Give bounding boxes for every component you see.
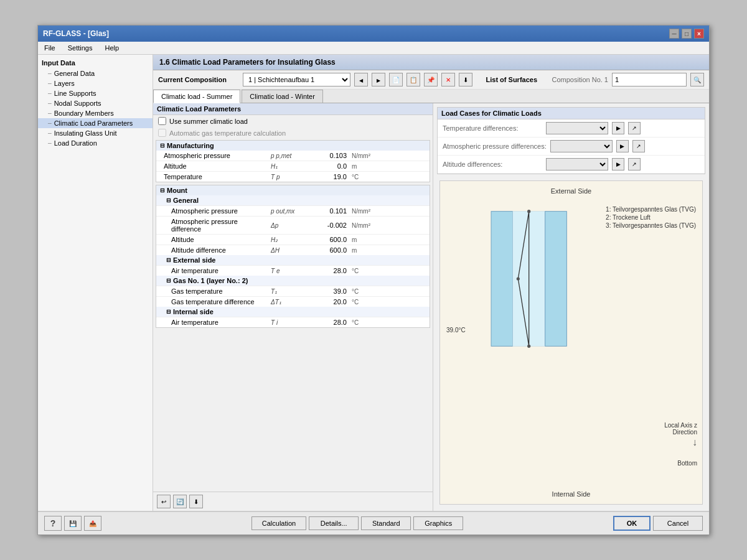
standard-button[interactable]: Standard (361, 516, 411, 530)
table-row: Altitude H₁ 0.0 m (156, 161, 430, 172)
glass-svg (459, 200, 621, 374)
svg-point-4 (527, 210, 530, 213)
maximize-button[interactable]: □ (682, 29, 692, 39)
sidebar: Input Data ─ General Data ─ Layers ─ Lin… (38, 55, 153, 511)
alt-diff-btn2[interactable]: ↗ (628, 158, 641, 170)
atm-diff-btn2[interactable]: ↗ (632, 140, 645, 152)
nav-prev-icon (359, 77, 363, 83)
close-button[interactable]: × (694, 29, 704, 39)
use-summer-row: Use summer climatic load (153, 115, 433, 127)
dot-icon: ─ (48, 141, 52, 146)
table-row: Gas temperature T₁ 39.0 °C (156, 286, 430, 297)
dot-icon: ─ (48, 101, 52, 106)
load-cases-header: Load Cases for Climatic Loads (438, 108, 705, 119)
manufacturing-group: ⊟ Manufacturing Atmospheric pressure p p… (156, 140, 430, 182)
table-row: Atmospheric pressure p p,met 0.103 N/mm² (156, 151, 430, 161)
gas1-subgroup-header[interactable]: ⊟ Gas No. 1 (layer No.: 2) (156, 276, 430, 286)
temp-diff-btn2[interactable]: ↗ (628, 122, 641, 134)
undo-button[interactable]: ↩ (157, 495, 171, 508)
sidebar-item-nodal-supports[interactable]: ─ Nodal Supports (38, 98, 153, 108)
external-side-label: External Side (551, 187, 591, 195)
table-row: Gas temperature difference ΔT₁ 20.0 °C (156, 297, 430, 307)
mount-header[interactable]: ⊟ Mount (156, 185, 430, 195)
temp-diff-label: Temperature differences: (443, 124, 542, 132)
auto-gas-row: Automatic gas temperature calculation (153, 127, 433, 139)
cancel-button[interactable]: Cancel (653, 516, 703, 531)
collapse-icon: ⊟ (160, 187, 165, 194)
table-row: Atmospheric pressure p out,mx 0.101 N/mm… (156, 206, 430, 217)
sidebar-item-general-data[interactable]: ─ General Data (38, 68, 153, 78)
axis-direction-label: Local Axis z Direction ↓ (664, 422, 697, 448)
help-button[interactable]: ? (44, 516, 62, 531)
dot-icon: ─ (48, 111, 52, 116)
main-window: RF-GLASS - [Glas] ─ □ × File Settings He… (37, 25, 710, 535)
auto-gas-label: Automatic gas temperature calculation (169, 129, 286, 137)
footer-center: Calculation Details... Standard Graphics (251, 516, 463, 530)
ok-button[interactable]: OK (613, 516, 651, 531)
copy-button[interactable]: 📋 (406, 73, 420, 86)
table-row: Air temperature T e 28.0 °C (156, 266, 430, 276)
load-case-row: Temperature differences: ▶ ↗ (438, 119, 705, 138)
dot-icon: ─ (48, 121, 52, 126)
temp-diff-btn1[interactable]: ▶ (612, 122, 624, 134)
menu-settings[interactable]: Settings (65, 43, 95, 53)
auto-gas-checkbox[interactable] (158, 129, 166, 137)
gas1-subgroup-body: Gas temperature T₁ 39.0 °C Gas temperatu… (156, 286, 430, 307)
sidebar-item-line-supports[interactable]: ─ Line Supports (38, 88, 153, 98)
atm-diff-btn1[interactable]: ▶ (616, 140, 629, 152)
window-title: RF-GLASS - [Glas] (43, 29, 109, 38)
table-row: Temperature T p 19.0 °C (156, 172, 430, 182)
menu-bar: File Settings Help (38, 42, 709, 55)
load-case-row: Atmospheric pressure differences: ▶ ↗ (438, 138, 705, 156)
sidebar-item-load-duration[interactable]: ─ Load Duration (38, 138, 153, 148)
delete-button[interactable]: ✕ (441, 73, 455, 86)
mount-group: ⊟ Mount ⊟ General Atmospheric pre (156, 185, 430, 328)
section-header: 1.6 Climatic Load Parameters for Insulat… (153, 55, 709, 70)
sidebar-item-boundary-members[interactable]: ─ Boundary Members (38, 108, 153, 118)
import-button[interactable]: ⬇ (459, 73, 472, 86)
nav-prev-button[interactable] (354, 73, 368, 86)
reset-button[interactable]: 🔄 (173, 495, 187, 508)
graphics-button[interactable]: Graphics (413, 516, 463, 530)
nav-next-icon (377, 77, 380, 83)
alt-diff-select[interactable] (546, 158, 608, 170)
new-button[interactable]: 📄 (389, 73, 403, 86)
direction-label-text: Direction (664, 429, 697, 436)
table-row: Air temperature T i 28.0 °C (156, 317, 430, 327)
tab-winter[interactable]: Climatic load - Winter (242, 90, 323, 103)
surfaces-input[interactable] (612, 73, 687, 86)
sidebar-item-layers[interactable]: ─ Layers (38, 78, 153, 88)
table-row: Altitude H₂ 600.0 m (156, 235, 430, 245)
params-header: Climatic Load Parameters (153, 103, 433, 115)
tab-summer[interactable]: Climatic load - Summer (153, 90, 240, 103)
menu-file[interactable]: File (42, 43, 58, 53)
title-bar-buttons: ─ □ × (669, 29, 704, 39)
temp-diff-select[interactable] (546, 122, 608, 134)
save-button[interactable]: 💾 (64, 516, 82, 531)
left-panel: Climatic Load Parameters Use summer clim… (153, 103, 433, 511)
sidebar-item-insulating-glass[interactable]: ─ Insulating Glass Unit (38, 128, 153, 138)
general-subgroup-header[interactable]: ⊟ General (156, 195, 430, 206)
export-button[interactable]: 📤 (84, 516, 101, 531)
menu-help[interactable]: Help (102, 43, 121, 53)
use-summer-label: Use summer climatic load (169, 118, 248, 125)
surfaces-select-button[interactable]: 🔍 (690, 73, 704, 86)
export-bottom-button[interactable]: ⬇ (189, 495, 203, 508)
internal-side-label: Internal Side (552, 490, 591, 498)
nav-next-button[interactable] (372, 73, 385, 86)
alt-diff-btn1[interactable]: ▶ (612, 158, 624, 170)
composition-select[interactable]: 1 | Schichtenaufbau 1 (243, 73, 350, 86)
use-summer-checkbox[interactable] (158, 117, 166, 125)
external-subgroup-header[interactable]: ⊟ External side (156, 255, 430, 266)
internal-subgroup-header[interactable]: ⊟ Internal side (156, 307, 430, 317)
glass-diagram-area: External Side Internal Side 39.0°C 1: Te… (439, 180, 703, 505)
footer-right: OK Cancel (613, 516, 703, 531)
atm-diff-select[interactable] (550, 140, 613, 152)
manufacturing-header[interactable]: ⊟ Manufacturing (156, 141, 430, 151)
paste-button[interactable]: 📌 (424, 73, 438, 86)
atm-diff-label: Atmospheric pressure differences: (443, 142, 547, 150)
sidebar-item-climatic-load[interactable]: ─ Climatic Load Parameters (38, 118, 153, 128)
calculation-button[interactable]: Calculation (251, 516, 306, 530)
details-button[interactable]: Details... (309, 516, 359, 530)
minimize-button[interactable]: ─ (669, 29, 679, 39)
